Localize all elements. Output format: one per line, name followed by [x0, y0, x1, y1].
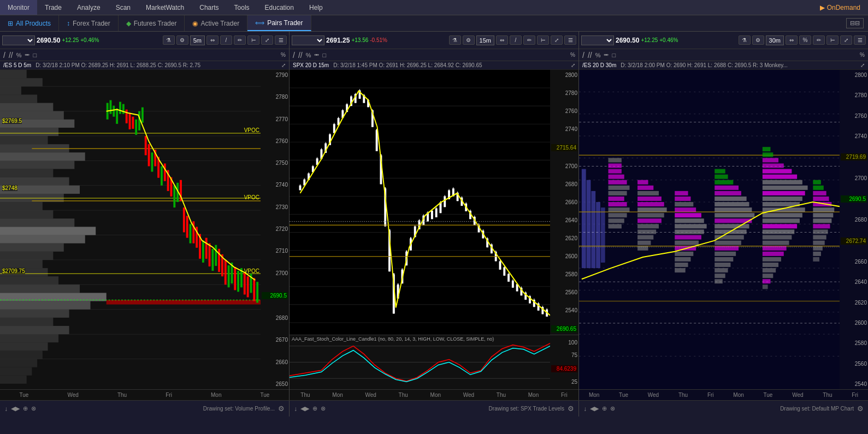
drawing-settings-3[interactable]: ⚙ [857, 405, 864, 413]
timeframe-2[interactable]: 15m [476, 35, 494, 45]
expand-ohlc-2[interactable]: ⤢ [571, 62, 575, 68]
symbol-select-3[interactable]: /ES [581, 35, 614, 45]
zoom-btn-2[interactable]: ⊗ [321, 405, 326, 412]
pct-btn-3[interactable]: % [799, 35, 811, 45]
menu-tools[interactable]: Tools [227, 0, 257, 15]
zoom-btn-1[interactable]: ⊗ [31, 405, 36, 412]
draw-multi-3[interactable]: // [588, 51, 592, 60]
draw-multi-2[interactable]: // [298, 51, 303, 60]
menu-charts[interactable]: Charts [192, 0, 226, 15]
log-btn-3[interactable]: % [860, 52, 865, 58]
gear-btn-2[interactable]: ⚙ [463, 35, 475, 45]
measure-btn-1[interactable]: ⊢ [247, 35, 259, 45]
svg-rect-301 [675, 197, 690, 201]
svg-rect-290 [637, 197, 662, 201]
nav-back-2[interactable]: ◀▶ [300, 405, 309, 412]
draw-rect-2[interactable]: □ [322, 52, 326, 58]
draw-pct-1[interactable]: % [16, 52, 22, 58]
flask-btn-1[interactable]: ⚗ [163, 35, 175, 45]
svg-rect-319 [715, 191, 741, 195]
chart-panel-1: /ES 2690.50 +12.25 +0.46% ⚗ ⚙ 5m ⇔ / ✏ ⊢… [0, 32, 290, 400]
expand-btn-3[interactable]: ⤢ [840, 35, 852, 45]
expand-ohlc-1[interactable]: ⤢ [281, 62, 286, 68]
crosshair-btn-3[interactable]: ⊕ [602, 405, 607, 412]
svg-rect-17 [0, 103, 53, 111]
flask-btn-2[interactable]: ⚗ [449, 35, 461, 45]
tab-forex-trader[interactable]: ↕ Forex Trader [59, 15, 119, 31]
all-products-icon: ⊞ [8, 20, 13, 27]
menu-trade[interactable]: Trade [37, 0, 69, 15]
expand-btn-2[interactable]: ⤢ [551, 35, 563, 45]
line-btn-2[interactable]: / [510, 35, 522, 45]
ondemand-button[interactable]: ▶ OnDemand [812, 0, 868, 15]
compress-btn-2[interactable]: ⇔ [496, 35, 508, 45]
pencil-btn-1[interactable]: ✏ [234, 35, 246, 45]
stoch-scale-1: 100 [551, 340, 577, 346]
svg-rect-372 [813, 235, 826, 240]
crosshair-btn-2[interactable]: ⊕ [312, 405, 317, 412]
expand-ohlc-3[interactable]: ⤢ [860, 62, 865, 68]
tab-futures-trader[interactable]: ◆ Futures Trader [119, 15, 185, 31]
menu-education[interactable]: Education [257, 0, 302, 15]
price-scale-1-14: 2660 [262, 359, 288, 365]
nav-back-1[interactable]: ◀▶ [11, 405, 20, 412]
draw-pct-3[interactable]: % [595, 52, 601, 58]
compress-btn-3[interactable]: ⇔ [786, 35, 798, 45]
measure-btn-2[interactable]: ⊢ [537, 35, 549, 45]
line-btn-1[interactable]: / [220, 35, 232, 45]
status-arrow-1[interactable]: ↓ [4, 405, 8, 413]
timeframe-3[interactable]: 30m [766, 35, 784, 45]
draw-line-3[interactable]: / [582, 51, 584, 60]
log-btn-2[interactable]: % [570, 52, 575, 58]
drawing-settings-2[interactable]: ⚙ [568, 405, 574, 413]
menu-btn-3[interactable]: ☰ [854, 35, 866, 45]
layout-icon[interactable]: ⊟⊟ [846, 18, 864, 28]
svg-rect-296 [637, 230, 656, 234]
gear-btn-3[interactable]: ⚙ [752, 35, 764, 45]
menu-marketwatch[interactable]: MarketWatch [138, 0, 192, 15]
draw-multi-1[interactable]: // [9, 51, 13, 60]
menu-help[interactable]: Help [302, 0, 330, 15]
measure-btn-3[interactable]: ⊢ [826, 35, 839, 45]
menu-btn-1[interactable]: ☰ [275, 35, 287, 45]
draw-pct-2[interactable]: % [306, 52, 311, 58]
symbol-select-2[interactable]: SPX [292, 35, 324, 45]
menu-scan[interactable]: Scan [108, 0, 138, 15]
price-scale-1-6: 2740 [262, 182, 288, 188]
menu-analyze[interactable]: Analyze [69, 0, 108, 15]
draw-rect-1[interactable]: □ [33, 52, 37, 58]
tab-pairs-trader[interactable]: ⟺ Pairs Trader [247, 15, 311, 31]
drawing-settings-1[interactable]: ⚙ [278, 405, 285, 413]
log-btn-1[interactable]: % [281, 52, 286, 58]
svg-rect-339 [763, 163, 784, 168]
pencil-btn-3[interactable]: ✏ [813, 35, 825, 45]
timeframe-1[interactable]: 5m [190, 35, 205, 45]
svg-rect-26 [0, 177, 69, 186]
draw-arr-1[interactable]: ⥈ [25, 51, 29, 58]
zoom-btn-3[interactable]: ⊗ [610, 405, 615, 412]
svg-rect-291 [637, 202, 664, 206]
menu-monitor[interactable]: Monitor [0, 0, 37, 15]
expand-btn-1[interactable]: ⤢ [261, 35, 273, 45]
compress-btn-1[interactable]: ⇔ [206, 35, 219, 45]
crosshair-btn-1[interactable]: ⊕ [23, 405, 28, 412]
svg-rect-62 [122, 104, 125, 114]
draw-arr-3[interactable]: ⥈ [604, 51, 609, 58]
status-arrow-2[interactable]: ↓ [294, 405, 297, 413]
svg-rect-88 [205, 238, 208, 259]
tab-active-trader[interactable]: ◉ Active Trader [185, 15, 247, 31]
svg-rect-318 [715, 186, 739, 190]
stoch-svg [290, 335, 550, 389]
gear-btn-1[interactable]: ⚙ [176, 35, 188, 45]
status-arrow-3[interactable]: ↓ [583, 405, 587, 413]
draw-line-2[interactable]: / [293, 51, 295, 60]
draw-rect-3[interactable]: □ [612, 52, 616, 58]
draw-line-1[interactable]: / [3, 51, 5, 60]
tab-all-products[interactable]: ⊞ All Products [0, 15, 59, 31]
draw-arr-2[interactable]: ⥈ [314, 51, 319, 58]
flask-btn-3[interactable]: ⚗ [739, 35, 751, 45]
pencil-btn-2[interactable]: ✏ [523, 35, 535, 45]
symbol-select-1[interactable]: /ES [2, 35, 35, 45]
nav-back-3[interactable]: ◀▶ [590, 405, 599, 412]
menu-btn-2[interactable]: ☰ [564, 35, 576, 45]
